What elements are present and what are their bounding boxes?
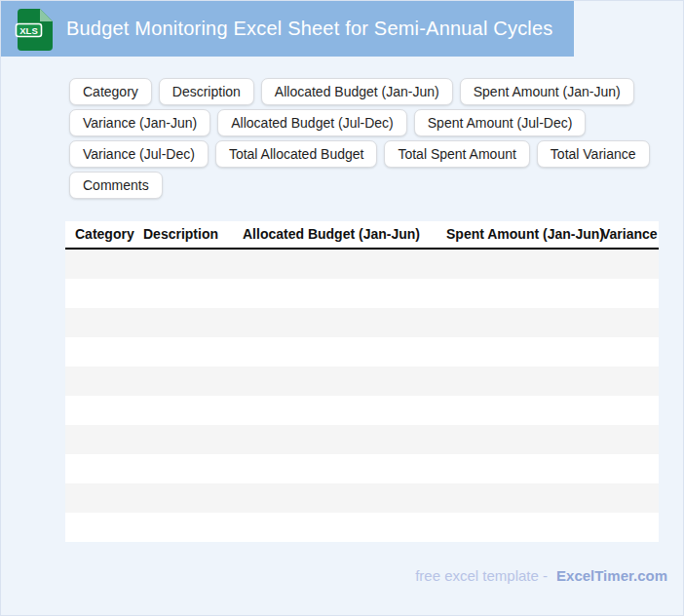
footer: free excel template - ExcelTimer.com [415,567,667,584]
brand-link[interactable]: ExcelTimer.com [556,567,667,584]
chip-row-3: Variance (Jul-Dec) Total Allocated Budge… [69,140,665,168]
col-header-allocated-budget-jan-jun: Allocated Budget (Jan-Jun) [243,226,420,242]
chip-allocated-budget-jul-dec[interactable]: Allocated Budget (Jul-Dec) [217,109,407,136]
table-row [65,454,659,483]
col-header-category: Category [75,226,134,242]
col-header-description: Description [143,226,218,242]
table-row [65,483,659,513]
chip-total-spent-amount[interactable]: Total Spent Amount [384,140,529,168]
table-body [65,250,659,542]
chip-spent-amount-jul-dec[interactable]: Spent Amount (Jul-Dec) [414,109,587,136]
page: { "theme": { "page_bg": "#EEF4FB", "page… [0,0,684,616]
chip-total-allocated-budget[interactable]: Total Allocated Budget [215,140,378,168]
chip-row-2: Variance (Jan-Jun) Allocated Budget (Jul… [69,109,665,136]
col-header-spent-amount-jan-jun: Spent Amount (Jan-Jun) [446,226,604,242]
footer-note: free excel template - [415,567,548,584]
chip-row-4: Comments [69,172,665,199]
chip-variance-jan-jun[interactable]: Variance (Jan-Jun) [69,109,210,136]
chip-row-1: Category Description Allocated Budget (J… [69,78,665,105]
page-title: Budget Monitoring Excel Sheet for Semi-A… [66,18,553,40]
table-row [65,308,659,337]
table-row [65,425,659,454]
chip-variance-jul-dec[interactable]: Variance (Jul-Dec) [69,140,209,168]
chip-spent-amount-jan-jun[interactable]: Spent Amount (Jan-Jun) [460,78,634,105]
preview-table: Category Description Allocated Budget (J… [65,221,659,542]
table-row [65,337,659,366]
table-row [65,396,659,425]
table-row [65,250,659,279]
header-bar: XLS Budget Monitoring Excel Sheet for Se… [1,1,574,57]
column-tags: Category Description Allocated Budget (J… [69,78,665,203]
chip-description[interactable]: Description [159,78,254,105]
chip-total-variance[interactable]: Total Variance [537,140,650,168]
table-row [65,366,659,396]
table-row [65,513,659,542]
table-header-row: Category Description Allocated Budget (J… [65,221,659,250]
xls-file-icon: XLS [15,8,54,51]
chip-category[interactable]: Category [69,78,152,105]
chip-comments[interactable]: Comments [69,172,163,199]
xls-icon-label: XLS [19,24,37,35]
col-header-variance: Variance [601,226,658,242]
chip-allocated-budget-jan-jun[interactable]: Allocated Budget (Jan-Jun) [261,78,453,105]
table-row [65,279,659,308]
